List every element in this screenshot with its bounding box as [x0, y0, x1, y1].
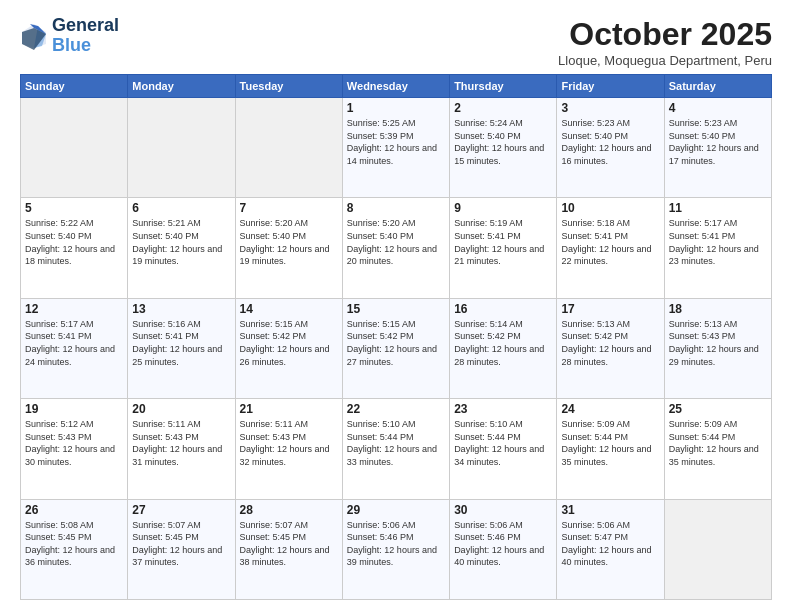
day-info: Sunrise: 5:20 AMSunset: 5:40 PMDaylight:…: [347, 217, 445, 267]
day-number: 3: [561, 101, 659, 115]
day-info: Sunrise: 5:07 AMSunset: 5:45 PMDaylight:…: [132, 519, 230, 569]
day-info: Sunrise: 5:09 AMSunset: 5:44 PMDaylight:…: [561, 418, 659, 468]
day-info: Sunrise: 5:13 AMSunset: 5:42 PMDaylight:…: [561, 318, 659, 368]
day-number: 17: [561, 302, 659, 316]
day-number: 6: [132, 201, 230, 215]
calendar-cell: 23Sunrise: 5:10 AMSunset: 5:44 PMDayligh…: [450, 399, 557, 499]
day-info: Sunrise: 5:12 AMSunset: 5:43 PMDaylight:…: [25, 418, 123, 468]
day-number: 22: [347, 402, 445, 416]
calendar-cell: 21Sunrise: 5:11 AMSunset: 5:43 PMDayligh…: [235, 399, 342, 499]
day-info: Sunrise: 5:11 AMSunset: 5:43 PMDaylight:…: [132, 418, 230, 468]
day-number: 7: [240, 201, 338, 215]
day-number: 18: [669, 302, 767, 316]
calendar-cell: 16Sunrise: 5:14 AMSunset: 5:42 PMDayligh…: [450, 298, 557, 398]
day-info: Sunrise: 5:18 AMSunset: 5:41 PMDaylight:…: [561, 217, 659, 267]
header: General Blue October 2025 Lloque, Moqueg…: [20, 16, 772, 68]
calendar-cell: 6Sunrise: 5:21 AMSunset: 5:40 PMDaylight…: [128, 198, 235, 298]
day-info: Sunrise: 5:10 AMSunset: 5:44 PMDaylight:…: [454, 418, 552, 468]
day-info: Sunrise: 5:25 AMSunset: 5:39 PMDaylight:…: [347, 117, 445, 167]
day-info: Sunrise: 5:15 AMSunset: 5:42 PMDaylight:…: [347, 318, 445, 368]
calendar-cell: 22Sunrise: 5:10 AMSunset: 5:44 PMDayligh…: [342, 399, 449, 499]
calendar-cell: 18Sunrise: 5:13 AMSunset: 5:43 PMDayligh…: [664, 298, 771, 398]
day-info: Sunrise: 5:17 AMSunset: 5:41 PMDaylight:…: [25, 318, 123, 368]
calendar-cell: 19Sunrise: 5:12 AMSunset: 5:43 PMDayligh…: [21, 399, 128, 499]
day-number: 31: [561, 503, 659, 517]
page: General Blue October 2025 Lloque, Moqueg…: [0, 0, 792, 612]
calendar-cell: 27Sunrise: 5:07 AMSunset: 5:45 PMDayligh…: [128, 499, 235, 599]
calendar-cell: 29Sunrise: 5:06 AMSunset: 5:46 PMDayligh…: [342, 499, 449, 599]
calendar-week-2: 5Sunrise: 5:22 AMSunset: 5:40 PMDaylight…: [21, 198, 772, 298]
weekday-header-row: SundayMondayTuesdayWednesdayThursdayFrid…: [21, 75, 772, 98]
weekday-header-sunday: Sunday: [21, 75, 128, 98]
day-info: Sunrise: 5:08 AMSunset: 5:45 PMDaylight:…: [25, 519, 123, 569]
logo-line1: General: [52, 16, 119, 36]
title-block: October 2025 Lloque, Moquegua Department…: [558, 16, 772, 68]
day-number: 15: [347, 302, 445, 316]
location: Lloque, Moquegua Department, Peru: [558, 53, 772, 68]
day-info: Sunrise: 5:21 AMSunset: 5:40 PMDaylight:…: [132, 217, 230, 267]
calendar-cell: [128, 98, 235, 198]
day-info: Sunrise: 5:23 AMSunset: 5:40 PMDaylight:…: [561, 117, 659, 167]
calendar-cell: 28Sunrise: 5:07 AMSunset: 5:45 PMDayligh…: [235, 499, 342, 599]
calendar-cell: [21, 98, 128, 198]
calendar-cell: 20Sunrise: 5:11 AMSunset: 5:43 PMDayligh…: [128, 399, 235, 499]
day-info: Sunrise: 5:09 AMSunset: 5:44 PMDaylight:…: [669, 418, 767, 468]
day-number: 4: [669, 101, 767, 115]
calendar-cell: 7Sunrise: 5:20 AMSunset: 5:40 PMDaylight…: [235, 198, 342, 298]
weekday-header-monday: Monday: [128, 75, 235, 98]
calendar-cell: 11Sunrise: 5:17 AMSunset: 5:41 PMDayligh…: [664, 198, 771, 298]
calendar-cell: 17Sunrise: 5:13 AMSunset: 5:42 PMDayligh…: [557, 298, 664, 398]
day-info: Sunrise: 5:06 AMSunset: 5:46 PMDaylight:…: [347, 519, 445, 569]
day-number: 10: [561, 201, 659, 215]
calendar-cell: 13Sunrise: 5:16 AMSunset: 5:41 PMDayligh…: [128, 298, 235, 398]
calendar-week-3: 12Sunrise: 5:17 AMSunset: 5:41 PMDayligh…: [21, 298, 772, 398]
calendar-cell: 12Sunrise: 5:17 AMSunset: 5:41 PMDayligh…: [21, 298, 128, 398]
calendar-cell: 14Sunrise: 5:15 AMSunset: 5:42 PMDayligh…: [235, 298, 342, 398]
day-number: 2: [454, 101, 552, 115]
calendar-cell: 26Sunrise: 5:08 AMSunset: 5:45 PMDayligh…: [21, 499, 128, 599]
day-number: 14: [240, 302, 338, 316]
day-number: 5: [25, 201, 123, 215]
calendar-cell: 24Sunrise: 5:09 AMSunset: 5:44 PMDayligh…: [557, 399, 664, 499]
weekday-header-wednesday: Wednesday: [342, 75, 449, 98]
day-info: Sunrise: 5:22 AMSunset: 5:40 PMDaylight:…: [25, 217, 123, 267]
day-number: 27: [132, 503, 230, 517]
logo: General Blue: [20, 16, 119, 56]
calendar-cell: 2Sunrise: 5:24 AMSunset: 5:40 PMDaylight…: [450, 98, 557, 198]
day-number: 28: [240, 503, 338, 517]
calendar-cell: 8Sunrise: 5:20 AMSunset: 5:40 PMDaylight…: [342, 198, 449, 298]
calendar-cell: 5Sunrise: 5:22 AMSunset: 5:40 PMDaylight…: [21, 198, 128, 298]
calendar-cell: [664, 499, 771, 599]
day-number: 1: [347, 101, 445, 115]
weekday-header-thursday: Thursday: [450, 75, 557, 98]
day-number: 11: [669, 201, 767, 215]
day-info: Sunrise: 5:14 AMSunset: 5:42 PMDaylight:…: [454, 318, 552, 368]
calendar-cell: 25Sunrise: 5:09 AMSunset: 5:44 PMDayligh…: [664, 399, 771, 499]
day-number: 20: [132, 402, 230, 416]
month-title: October 2025: [558, 16, 772, 53]
calendar-cell: 10Sunrise: 5:18 AMSunset: 5:41 PMDayligh…: [557, 198, 664, 298]
calendar-cell: 3Sunrise: 5:23 AMSunset: 5:40 PMDaylight…: [557, 98, 664, 198]
day-info: Sunrise: 5:06 AMSunset: 5:47 PMDaylight:…: [561, 519, 659, 569]
day-info: Sunrise: 5:13 AMSunset: 5:43 PMDaylight:…: [669, 318, 767, 368]
day-number: 12: [25, 302, 123, 316]
day-number: 25: [669, 402, 767, 416]
day-info: Sunrise: 5:11 AMSunset: 5:43 PMDaylight:…: [240, 418, 338, 468]
calendar-cell: 30Sunrise: 5:06 AMSunset: 5:46 PMDayligh…: [450, 499, 557, 599]
logo-text: General Blue: [52, 16, 119, 56]
day-info: Sunrise: 5:15 AMSunset: 5:42 PMDaylight:…: [240, 318, 338, 368]
day-number: 21: [240, 402, 338, 416]
calendar-cell: 31Sunrise: 5:06 AMSunset: 5:47 PMDayligh…: [557, 499, 664, 599]
weekday-header-friday: Friday: [557, 75, 664, 98]
day-info: Sunrise: 5:23 AMSunset: 5:40 PMDaylight:…: [669, 117, 767, 167]
day-number: 8: [347, 201, 445, 215]
day-info: Sunrise: 5:17 AMSunset: 5:41 PMDaylight:…: [669, 217, 767, 267]
day-number: 26: [25, 503, 123, 517]
day-number: 16: [454, 302, 552, 316]
calendar-cell: [235, 98, 342, 198]
calendar-cell: 4Sunrise: 5:23 AMSunset: 5:40 PMDaylight…: [664, 98, 771, 198]
day-number: 9: [454, 201, 552, 215]
calendar-cell: 15Sunrise: 5:15 AMSunset: 5:42 PMDayligh…: [342, 298, 449, 398]
day-info: Sunrise: 5:07 AMSunset: 5:45 PMDaylight:…: [240, 519, 338, 569]
day-number: 13: [132, 302, 230, 316]
